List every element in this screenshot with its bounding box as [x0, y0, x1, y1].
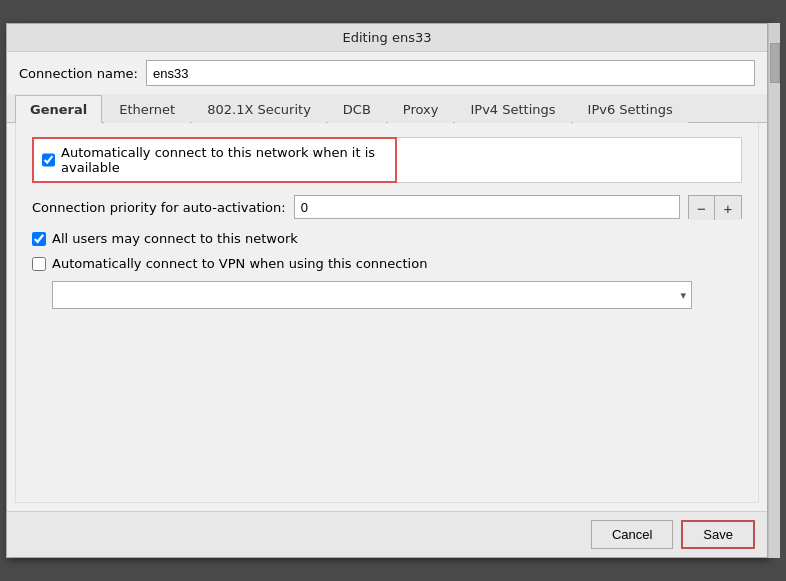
vpn-checkbox[interactable]: [32, 257, 46, 271]
scrollbar[interactable]: [768, 23, 780, 558]
priority-input[interactable]: [294, 195, 680, 219]
auto-connect-wrapper: Automatically connect to this network wh…: [32, 137, 742, 183]
vpn-label: Automatically connect to VPN when using …: [52, 256, 427, 271]
connection-name-row: Connection name:: [7, 52, 767, 94]
window-title: Editing ens33: [343, 30, 432, 45]
vpn-dropdown[interactable]: [52, 281, 692, 309]
auto-connect-checkbox[interactable]: [42, 153, 55, 167]
tab-dcb[interactable]: DCB: [328, 95, 386, 123]
save-button[interactable]: Save: [681, 520, 755, 549]
vpn-row: Automatically connect to VPN when using …: [32, 256, 742, 271]
tab-ipv6[interactable]: IPv6 Settings: [573, 95, 688, 123]
tab-general[interactable]: General: [15, 95, 102, 123]
connection-name-input[interactable]: [146, 60, 755, 86]
all-users-checkbox[interactable]: [32, 232, 46, 246]
auto-connect-label: Automatically connect to this network wh…: [61, 145, 387, 175]
stepper-group: − +: [688, 195, 742, 219]
priority-label: Connection priority for auto-activation:: [32, 200, 286, 215]
tab-proxy[interactable]: Proxy: [388, 95, 454, 123]
auto-connect-right-spacer: [397, 137, 743, 183]
tab-bar: General Ethernet 802.1X Security DCB Pro…: [7, 94, 767, 123]
title-bar: Editing ens33: [7, 24, 767, 52]
vpn-dropdown-row: ▾: [52, 281, 742, 309]
connection-name-label: Connection name:: [19, 66, 138, 81]
cancel-button[interactable]: Cancel: [591, 520, 673, 549]
all-users-row: All users may connect to this network: [32, 231, 742, 246]
tab-8021x[interactable]: 802.1X Security: [192, 95, 326, 123]
stepper-plus-button[interactable]: +: [715, 196, 741, 220]
all-users-label: All users may connect to this network: [52, 231, 298, 246]
priority-row: Connection priority for auto-activation:…: [32, 193, 742, 221]
tab-ethernet[interactable]: Ethernet: [104, 95, 190, 123]
dialog-footer: Cancel Save: [7, 511, 767, 557]
scrollbar-thumb[interactable]: [770, 43, 780, 83]
stepper-minus-button[interactable]: −: [689, 196, 715, 220]
tab-content-general: Automatically connect to this network wh…: [15, 123, 759, 503]
tab-ipv4[interactable]: IPv4 Settings: [455, 95, 570, 123]
auto-connect-box: Automatically connect to this network wh…: [32, 137, 397, 183]
vpn-dropdown-wrapper: ▾: [52, 281, 692, 309]
